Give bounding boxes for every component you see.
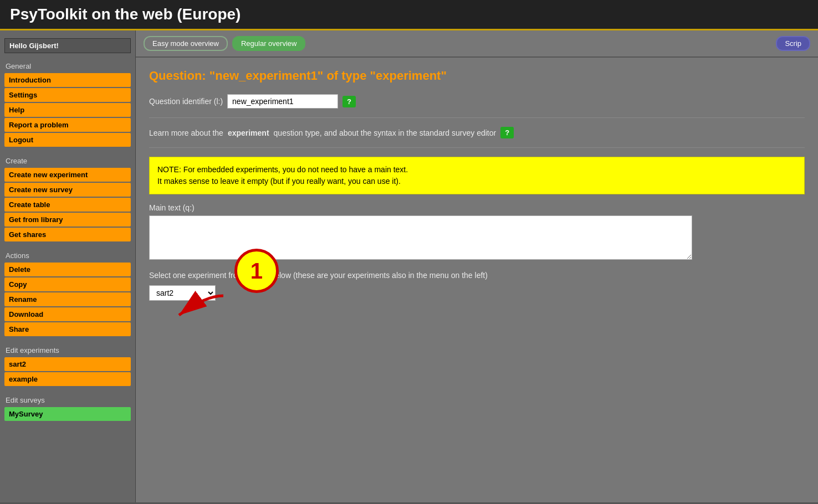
sidebar-greeting: Hello Gijsbert! <box>4 38 131 53</box>
general-section-label: General <box>0 59 135 72</box>
note-box: NOTE: For embedded experiments, you do n… <box>149 157 805 194</box>
sidebar-item-share[interactable]: Share <box>4 322 131 336</box>
tab-easy-mode[interactable]: Easy mode overview <box>144 36 228 51</box>
info-row: Learn more about the experiment question… <box>149 127 805 148</box>
sidebar-item-create-table[interactable]: Create table <box>4 198 131 212</box>
sidebar-item-get-from-library[interactable]: Get from library <box>4 213 131 227</box>
main-text-input[interactable] <box>149 215 692 260</box>
sidebar-item-sart2[interactable]: sart2 <box>4 357 131 371</box>
main-panel: Easy mode overview Regular overview Scri… <box>136 30 818 502</box>
sidebar-item-delete[interactable]: Delete <box>4 263 131 276</box>
sidebar-item-rename[interactable]: Rename <box>4 292 131 306</box>
edit-experiments-section-label: Edit experiments <box>0 343 135 356</box>
app-header: PsyToolkit on the web (Europe) <box>0 0 818 30</box>
sidebar-item-settings[interactable]: Settings <box>4 88 131 102</box>
info-text-bold: experiment <box>228 128 269 137</box>
sidebar-item-download[interactable]: Download <box>4 307 131 321</box>
sidebar: Hello Gijsbert! General Introduction Set… <box>0 30 136 502</box>
tab-bar: Easy mode overview Regular overview Scri… <box>136 30 818 58</box>
sidebar-item-mysurvey[interactable]: MySurvey <box>4 407 131 421</box>
create-section-label: Create <box>0 153 135 167</box>
experiment-select-container: sart2 example 1 <box>149 285 218 301</box>
info-text-pre: Learn more about the <box>149 128 223 137</box>
sidebar-item-example[interactable]: example <box>4 372 131 386</box>
sidebar-item-introduction[interactable]: Introduction <box>4 73 131 87</box>
app-title: PsyToolkit on the web (Europe) <box>10 6 808 23</box>
experiment-select[interactable]: sart2 example <box>149 285 216 301</box>
sidebar-item-create-new-experiment[interactable]: Create new experiment <box>4 168 131 182</box>
sidebar-item-create-new-survey[interactable]: Create new survey <box>4 183 131 197</box>
info-text-post: question type, and about the syntax in t… <box>274 128 497 137</box>
identifier-label: Question identifier (l:) <box>149 97 223 106</box>
sidebar-item-report-problem[interactable]: Report a problem <box>4 118 131 132</box>
tab-regular[interactable]: Regular overview <box>232 36 305 51</box>
select-experiment-label: Select one experiment from the list belo… <box>149 271 805 280</box>
actions-section-label: Actions <box>0 248 135 261</box>
info-help-button[interactable]: ? <box>500 127 514 138</box>
content-area: Question: "new_experiment1" of type "exp… <box>136 58 818 502</box>
edit-surveys-section-label: Edit surveys <box>0 393 135 406</box>
sidebar-item-help[interactable]: Help <box>4 103 131 117</box>
identifier-row: Question identifier (l:) ? <box>149 94 805 118</box>
note-line2: It makes sense to leave it empty (but if… <box>157 176 796 187</box>
question-title: Question: "new_experiment1" of type "exp… <box>149 69 805 83</box>
note-line1: NOTE: For embedded experiments, you do n… <box>157 164 796 176</box>
main-text-label: Main text (q:) <box>149 203 805 212</box>
sidebar-item-get-shares[interactable]: Get shares <box>4 228 131 241</box>
sidebar-item-logout[interactable]: Logout <box>4 133 131 147</box>
identifier-help-button[interactable]: ? <box>342 96 356 107</box>
sidebar-item-copy[interactable]: Copy <box>4 277 131 291</box>
identifier-input[interactable] <box>227 94 338 109</box>
tab-script[interactable]: Scrip <box>776 36 810 51</box>
